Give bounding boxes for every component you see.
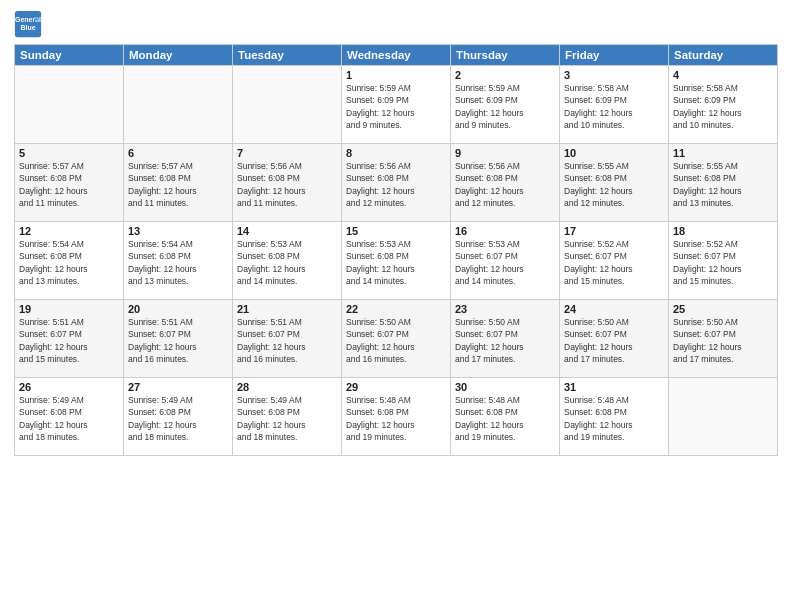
day-number: 3 [564,69,664,81]
col-sunday: Sunday [15,45,124,66]
day-info: Sunrise: 5:53 AM Sunset: 6:08 PM Dayligh… [237,238,337,287]
calendar-cell: 1Sunrise: 5:59 AM Sunset: 6:09 PM Daylig… [342,66,451,144]
day-info: Sunrise: 5:55 AM Sunset: 6:08 PM Dayligh… [564,160,664,209]
day-number: 11 [673,147,773,159]
day-info: Sunrise: 5:49 AM Sunset: 6:08 PM Dayligh… [19,394,119,443]
day-info: Sunrise: 5:51 AM Sunset: 6:07 PM Dayligh… [237,316,337,365]
day-number: 1 [346,69,446,81]
day-info: Sunrise: 5:55 AM Sunset: 6:08 PM Dayligh… [673,160,773,209]
calendar-cell: 2Sunrise: 5:59 AM Sunset: 6:09 PM Daylig… [451,66,560,144]
calendar-cell: 22Sunrise: 5:50 AM Sunset: 6:07 PM Dayli… [342,300,451,378]
day-number: 4 [673,69,773,81]
day-info: Sunrise: 5:54 AM Sunset: 6:08 PM Dayligh… [19,238,119,287]
day-number: 23 [455,303,555,315]
day-number: 18 [673,225,773,237]
day-info: Sunrise: 5:48 AM Sunset: 6:08 PM Dayligh… [455,394,555,443]
day-number: 7 [237,147,337,159]
day-info: Sunrise: 5:57 AM Sunset: 6:08 PM Dayligh… [128,160,228,209]
day-number: 24 [564,303,664,315]
calendar-week-5: 26Sunrise: 5:49 AM Sunset: 6:08 PM Dayli… [15,378,778,456]
day-info: Sunrise: 5:49 AM Sunset: 6:08 PM Dayligh… [128,394,228,443]
day-number: 27 [128,381,228,393]
calendar-cell: 28Sunrise: 5:49 AM Sunset: 6:08 PM Dayli… [233,378,342,456]
day-info: Sunrise: 5:53 AM Sunset: 6:08 PM Dayligh… [346,238,446,287]
calendar-cell [669,378,778,456]
calendar-week-2: 5Sunrise: 5:57 AM Sunset: 6:08 PM Daylig… [15,144,778,222]
calendar-cell: 15Sunrise: 5:53 AM Sunset: 6:08 PM Dayli… [342,222,451,300]
day-number: 29 [346,381,446,393]
day-info: Sunrise: 5:50 AM Sunset: 6:07 PM Dayligh… [673,316,773,365]
day-info: Sunrise: 5:49 AM Sunset: 6:08 PM Dayligh… [237,394,337,443]
calendar-cell: 18Sunrise: 5:52 AM Sunset: 6:07 PM Dayli… [669,222,778,300]
calendar-cell: 25Sunrise: 5:50 AM Sunset: 6:07 PM Dayli… [669,300,778,378]
day-number: 30 [455,381,555,393]
day-number: 22 [346,303,446,315]
day-info: Sunrise: 5:59 AM Sunset: 6:09 PM Dayligh… [346,82,446,131]
col-monday: Monday [124,45,233,66]
day-info: Sunrise: 5:48 AM Sunset: 6:08 PM Dayligh… [346,394,446,443]
col-saturday: Saturday [669,45,778,66]
logo: General Blue [14,10,46,38]
calendar-cell: 29Sunrise: 5:48 AM Sunset: 6:08 PM Dayli… [342,378,451,456]
day-info: Sunrise: 5:59 AM Sunset: 6:09 PM Dayligh… [455,82,555,131]
header-row: Sunday Monday Tuesday Wednesday Thursday… [15,45,778,66]
calendar-table: Sunday Monday Tuesday Wednesday Thursday… [14,44,778,456]
calendar-cell: 16Sunrise: 5:53 AM Sunset: 6:07 PM Dayli… [451,222,560,300]
calendar-page: General Blue Sunday Monday Tuesday Wedne… [0,0,792,612]
day-number: 2 [455,69,555,81]
day-number: 15 [346,225,446,237]
day-info: Sunrise: 5:50 AM Sunset: 6:07 PM Dayligh… [455,316,555,365]
calendar-cell: 14Sunrise: 5:53 AM Sunset: 6:08 PM Dayli… [233,222,342,300]
day-info: Sunrise: 5:52 AM Sunset: 6:07 PM Dayligh… [673,238,773,287]
calendar-cell: 23Sunrise: 5:50 AM Sunset: 6:07 PM Dayli… [451,300,560,378]
calendar-cell: 26Sunrise: 5:49 AM Sunset: 6:08 PM Dayli… [15,378,124,456]
day-number: 21 [237,303,337,315]
day-number: 10 [564,147,664,159]
day-number: 28 [237,381,337,393]
day-info: Sunrise: 5:53 AM Sunset: 6:07 PM Dayligh… [455,238,555,287]
svg-text:Blue: Blue [20,24,35,31]
day-number: 25 [673,303,773,315]
day-info: Sunrise: 5:58 AM Sunset: 6:09 PM Dayligh… [564,82,664,131]
calendar-cell: 30Sunrise: 5:48 AM Sunset: 6:08 PM Dayli… [451,378,560,456]
calendar-cell: 24Sunrise: 5:50 AM Sunset: 6:07 PM Dayli… [560,300,669,378]
calendar-cell: 31Sunrise: 5:48 AM Sunset: 6:08 PM Dayli… [560,378,669,456]
day-info: Sunrise: 5:58 AM Sunset: 6:09 PM Dayligh… [673,82,773,131]
day-number: 17 [564,225,664,237]
calendar-cell: 27Sunrise: 5:49 AM Sunset: 6:08 PM Dayli… [124,378,233,456]
header: General Blue [14,10,778,38]
calendar-week-1: 1Sunrise: 5:59 AM Sunset: 6:09 PM Daylig… [15,66,778,144]
day-number: 6 [128,147,228,159]
col-wednesday: Wednesday [342,45,451,66]
calendar-cell: 7Sunrise: 5:56 AM Sunset: 6:08 PM Daylig… [233,144,342,222]
calendar-cell [233,66,342,144]
day-number: 12 [19,225,119,237]
day-number: 26 [19,381,119,393]
day-number: 9 [455,147,555,159]
day-info: Sunrise: 5:51 AM Sunset: 6:07 PM Dayligh… [19,316,119,365]
calendar-week-3: 12Sunrise: 5:54 AM Sunset: 6:08 PM Dayli… [15,222,778,300]
calendar-cell: 21Sunrise: 5:51 AM Sunset: 6:07 PM Dayli… [233,300,342,378]
calendar-cell: 8Sunrise: 5:56 AM Sunset: 6:08 PM Daylig… [342,144,451,222]
calendar-cell: 19Sunrise: 5:51 AM Sunset: 6:07 PM Dayli… [15,300,124,378]
day-info: Sunrise: 5:52 AM Sunset: 6:07 PM Dayligh… [564,238,664,287]
day-number: 14 [237,225,337,237]
day-number: 8 [346,147,446,159]
calendar-cell: 9Sunrise: 5:56 AM Sunset: 6:08 PM Daylig… [451,144,560,222]
day-info: Sunrise: 5:56 AM Sunset: 6:08 PM Dayligh… [346,160,446,209]
day-info: Sunrise: 5:56 AM Sunset: 6:08 PM Dayligh… [455,160,555,209]
day-info: Sunrise: 5:51 AM Sunset: 6:07 PM Dayligh… [128,316,228,365]
day-info: Sunrise: 5:54 AM Sunset: 6:08 PM Dayligh… [128,238,228,287]
day-info: Sunrise: 5:48 AM Sunset: 6:08 PM Dayligh… [564,394,664,443]
day-info: Sunrise: 5:56 AM Sunset: 6:08 PM Dayligh… [237,160,337,209]
day-info: Sunrise: 5:50 AM Sunset: 6:07 PM Dayligh… [346,316,446,365]
day-number: 13 [128,225,228,237]
col-friday: Friday [560,45,669,66]
calendar-cell [15,66,124,144]
logo-icon: General Blue [14,10,42,38]
day-info: Sunrise: 5:50 AM Sunset: 6:07 PM Dayligh… [564,316,664,365]
day-number: 20 [128,303,228,315]
calendar-cell: 17Sunrise: 5:52 AM Sunset: 6:07 PM Dayli… [560,222,669,300]
col-thursday: Thursday [451,45,560,66]
calendar-cell: 12Sunrise: 5:54 AM Sunset: 6:08 PM Dayli… [15,222,124,300]
